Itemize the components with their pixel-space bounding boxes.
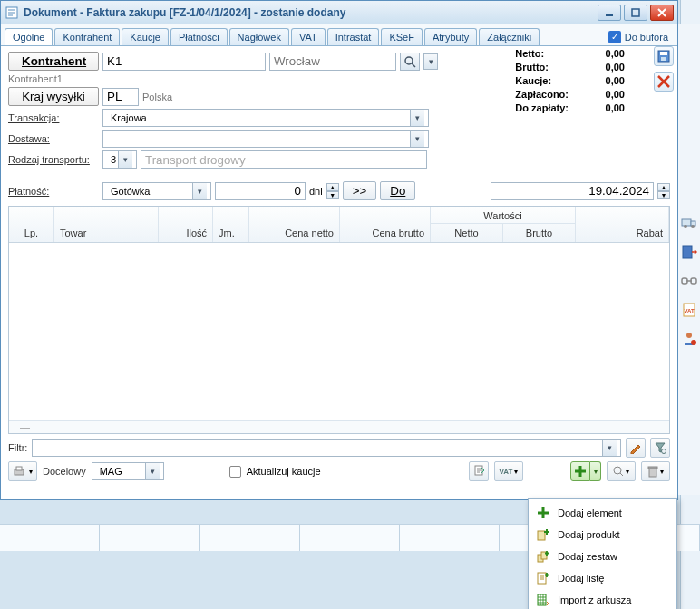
kontrahent-button[interactable]: Kontrahent [8,52,99,71]
vat-split-button[interactable]: VAT▾ [494,461,523,481]
save-icon[interactable] [654,46,674,66]
filter-build-icon[interactable] [650,438,670,458]
chevron-down-icon[interactable]: ▾ [118,151,132,168]
filter-input[interactable]: ▾ [32,439,621,457]
chevron-down-icon[interactable]: ▾ [410,130,424,147]
svg-rect-10 [16,467,22,470]
table-body[interactable] [9,243,669,420]
svg-text:VAT: VAT [684,308,694,314]
person-icon[interactable] [680,330,698,348]
svg-rect-4 [660,52,667,55]
book-export-icon[interactable] [680,243,698,261]
list-plus-icon [536,571,550,585]
svg-rect-20 [683,246,692,258]
col-cena-netto[interactable]: Cena netto [249,207,340,242]
col-wartosc-brutto[interactable]: Brutto [503,224,575,242]
trash-split-button[interactable]: ▾ [641,461,670,481]
close-button[interactable] [650,5,674,21]
svg-line-7 [412,63,415,67]
arrow-button[interactable]: >> [343,181,377,200]
add-split-button[interactable]: ▾ [570,461,601,481]
plus-icon [536,506,550,520]
add-dropdown-toggle[interactable]: ▾ [590,461,601,481]
total-netto-value: 0,00 [576,48,630,60]
tab-vat[interactable]: VAT [291,28,326,45]
col-towar[interactable]: Towar [54,207,159,242]
svg-rect-16 [682,219,691,226]
bufor-checkbox[interactable]: ✓ Do bufora [608,31,668,44]
tab-zalaczniki[interactable]: Załączniki [479,28,540,45]
kraj-code-input[interactable] [102,88,139,106]
kontrahent-code-input[interactable] [102,53,266,71]
payment-date-input[interactable] [491,182,654,200]
tab-naglowek[interactable]: Nagłówek [229,28,289,45]
svg-rect-5 [661,57,666,61]
truck-icon[interactable] [680,214,698,232]
col-cena-brutto[interactable]: Cena brutto [340,207,431,242]
menu-dodaj-liste[interactable]: Dodaj listę [530,567,675,589]
kraj-button[interactable]: Kraj wysyłki [8,87,99,106]
days-spinner[interactable]: ▲▼ [326,183,339,199]
kontrahent-dropdown-icon[interactable]: ▾ [423,53,438,70]
add-context-menu: Dodaj element Dodaj produkt Dodaj zestaw… [528,498,677,609]
kontrahent-name: Kontrahent1 [8,73,63,84]
payment-label: Płatność: [8,186,99,197]
dostawa-select[interactable]: ▾ [102,130,429,148]
transport-code-select[interactable]: 3▾ [102,150,137,169]
vat-page-icon[interactable]: VAT [680,301,698,319]
menu-import-arkusza[interactable]: Import z arkusza [530,589,675,609]
chevron-down-icon[interactable]: ▾ [192,183,207,199]
link-icon[interactable] [680,272,698,290]
transakcja-select[interactable]: Krajowa▾ [102,109,429,127]
tab-atrybuty[interactable]: Atrybuty [424,28,477,45]
kraj-name: Polska [142,92,172,102]
menu-dodaj-zestaw[interactable]: Dodaj zestaw [530,546,675,567]
plus-icon[interactable] [570,461,590,481]
chevron-down-icon[interactable]: ▾ [410,110,424,126]
target-select[interactable]: MAG▾ [92,462,164,480]
product-plus-icon [536,527,550,542]
tab-kaucje[interactable]: Kaucje [122,28,169,45]
chevron-down-icon[interactable]: ▾ [602,440,617,456]
check-icon: ✓ [608,31,621,44]
payment-method-select[interactable]: Gotówka▾ [102,182,211,200]
items-table: Lp. Towar Ilość Jm. Cena netto Cena brut… [8,206,670,434]
svg-point-26 [686,333,692,338]
print-split-button[interactable]: ▾ [8,461,37,481]
total-kaucje-value: 0,00 [576,75,630,87]
col-wartosc-netto[interactable]: Netto [431,224,503,242]
date-spinner[interactable]: ▲▼ [657,183,670,199]
tab-ksef[interactable]: KSeF [381,28,423,45]
chevron-down-icon[interactable]: ▾ [145,463,160,479]
tab-intrastat[interactable]: Intrastat [327,28,380,45]
col-ilosc[interactable]: Ilość [159,207,213,242]
total-netto-label: Netto: [515,48,574,60]
total-zaplacono-label: Zapłacono: [515,89,574,101]
tab-platnosci[interactable]: Płatności [170,28,228,45]
col-jm[interactable]: Jm. [213,207,249,242]
do-button[interactable]: Do [380,181,415,200]
svg-point-6 [405,57,413,64]
document-icon [5,5,19,20]
menu-dodaj-element[interactable]: Dodaj element [530,502,675,524]
svg-point-8 [662,450,666,454]
right-toolbar: VAT [678,24,700,495]
filter-edit-icon[interactable] [626,438,646,458]
maximize-button[interactable] [624,5,647,21]
tab-kontrahent[interactable]: Kontrahent [54,28,120,45]
minimize-button[interactable] [598,5,621,21]
filter-label: Filtr: [8,442,27,453]
zoom-split-button[interactable]: ▾ [607,461,636,481]
copy-icon[interactable] [469,461,489,481]
menu-dodaj-produkt[interactable]: Dodaj produkt [530,524,675,546]
payment-days-input[interactable] [215,182,306,200]
update-deposits-checkbox[interactable] [229,466,241,478]
col-lp[interactable]: Lp. [9,207,54,242]
kontrahent-city-input[interactable] [269,53,396,71]
cancel-icon[interactable] [654,72,674,92]
total-dozaplaty-value: 0,00 [576,102,630,114]
search-icon[interactable] [400,53,420,71]
tab-ogolne[interactable]: Ogólne [5,28,53,46]
target-label: Docelowy [43,466,86,477]
col-rabat[interactable]: Rabat [576,207,669,242]
